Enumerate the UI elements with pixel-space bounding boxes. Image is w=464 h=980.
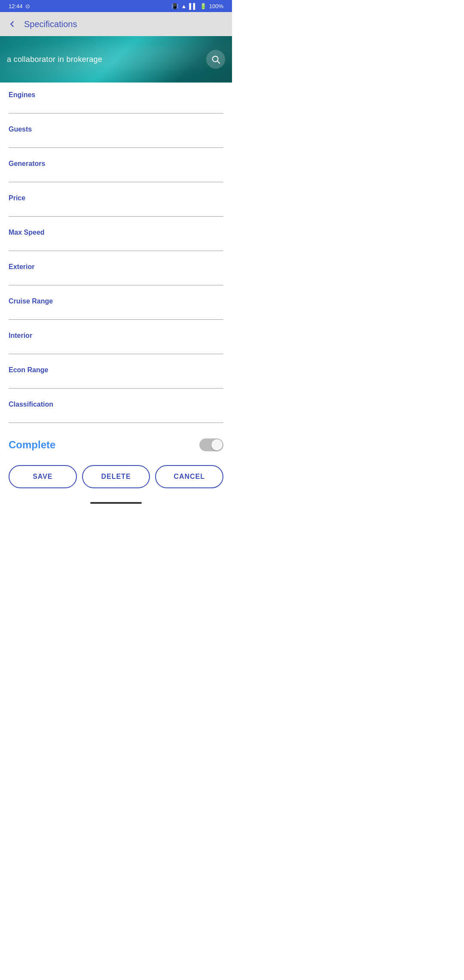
- battery-percent: 100%: [209, 3, 223, 9]
- form-container: EnginesGuestsGeneratorsPriceMax SpeedExt…: [0, 83, 232, 426]
- hero-text: a collaborator in brokerage: [7, 55, 206, 64]
- status-bar-left: 12:44 ⊙: [9, 3, 30, 9]
- toggle-knob: [211, 439, 223, 450]
- back-button[interactable]: [7, 19, 17, 29]
- vibrate-icon: 📳: [171, 3, 178, 9]
- field-input-guests[interactable]: [9, 137, 223, 148]
- delete-button[interactable]: DELETE: [82, 465, 150, 488]
- field-input-exterior[interactable]: [9, 274, 223, 285]
- status-bar: 12:44 ⊙ 📳 ▲ ▌▌ 🔋 100%: [0, 0, 232, 12]
- field-row-econRange: Econ Range: [9, 358, 223, 392]
- hero-banner: a collaborator in brokerage: [0, 36, 232, 83]
- wifi-icon: ▲: [181, 3, 186, 9]
- field-label-generators: Generators: [9, 160, 223, 168]
- field-label-exterior: Exterior: [9, 263, 223, 271]
- field-label-guests: Guests: [9, 126, 223, 133]
- field-input-engines[interactable]: [9, 102, 223, 113]
- status-bar-right: 📳 ▲ ▌▌ 🔋 100%: [171, 3, 223, 9]
- status-time: 12:44: [9, 3, 23, 9]
- field-row-engines: Engines: [9, 83, 223, 117]
- complete-row: Complete: [0, 426, 232, 460]
- save-button[interactable]: SAVE: [9, 465, 77, 488]
- field-input-interior[interactable]: [9, 343, 223, 354]
- page-title: Specifications: [24, 19, 225, 29]
- field-row-price: Price: [9, 186, 223, 220]
- field-row-exterior: Exterior: [9, 254, 223, 289]
- home-indicator: [0, 499, 232, 507]
- search-button[interactable]: [206, 50, 225, 69]
- field-input-classification[interactable]: [9, 412, 223, 423]
- field-label-classification: Classification: [9, 401, 223, 408]
- signal-icon: ▌▌: [189, 3, 197, 9]
- app-bar: Specifications: [0, 12, 232, 36]
- field-label-cruiseRange: Cruise Range: [9, 297, 223, 305]
- field-input-maxSpeed[interactable]: [9, 240, 223, 251]
- complete-toggle[interactable]: [199, 438, 223, 451]
- field-label-price: Price: [9, 194, 223, 202]
- field-label-econRange: Econ Range: [9, 366, 223, 374]
- field-row-generators: Generators: [9, 151, 223, 186]
- field-label-maxSpeed: Max Speed: [9, 229, 223, 236]
- field-row-interior: Interior: [9, 323, 223, 358]
- field-input-econRange[interactable]: [9, 377, 223, 389]
- battery-icon: 🔋: [200, 3, 207, 9]
- field-row-classification: Classification: [9, 392, 223, 426]
- cancel-button[interactable]: CANCEL: [155, 465, 223, 488]
- field-label-interior: Interior: [9, 332, 223, 340]
- field-row-cruiseRange: Cruise Range: [9, 289, 223, 323]
- svg-line-1: [218, 61, 220, 64]
- field-row-maxSpeed: Max Speed: [9, 220, 223, 254]
- status-icon-pocket: ⊙: [25, 3, 30, 9]
- home-bar: [90, 502, 142, 504]
- field-input-price[interactable]: [9, 205, 223, 217]
- svg-point-0: [213, 56, 218, 62]
- bottom-buttons: SAVE DELETE CANCEL: [0, 460, 232, 499]
- field-input-cruiseRange[interactable]: [9, 309, 223, 320]
- field-label-engines: Engines: [9, 91, 223, 99]
- complete-label: Complete: [9, 439, 55, 451]
- field-input-generators[interactable]: [9, 171, 223, 182]
- field-row-guests: Guests: [9, 117, 223, 151]
